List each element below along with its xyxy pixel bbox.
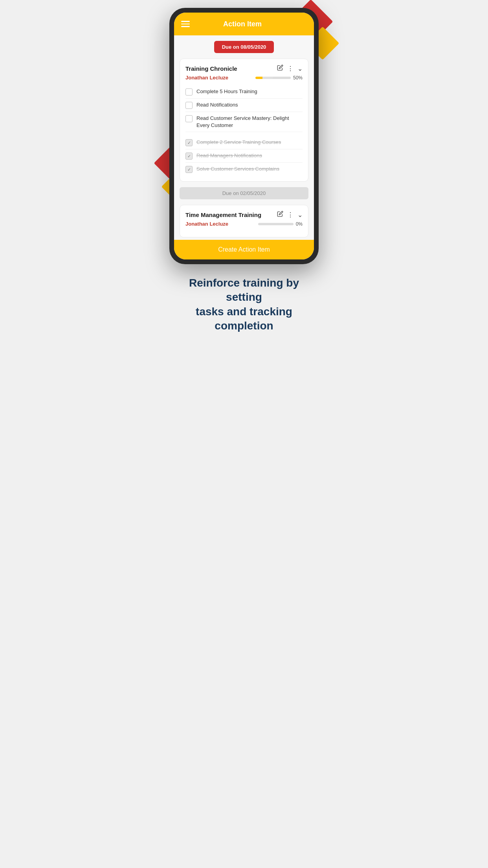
task-text: Read Notifications [196, 101, 238, 108]
chevron-down-icon[interactable]: ⌄ [297, 65, 303, 72]
progress-bar-fill-1 [255, 77, 273, 79]
create-action-item-button[interactable]: Create Action Item [174, 240, 314, 259]
card-author-2: Jonathan Lecluze [185, 221, 228, 227]
card-actions-2: ⋮ ⌄ [277, 211, 303, 219]
progress-bar-bg-1 [255, 77, 291, 79]
task-text: Read Customer Service Mastery: Delight E… [196, 115, 303, 129]
progress-container-2: 0% [258, 221, 303, 227]
card-time-management: Time Management Training ⋮ ⌄ [180, 205, 308, 237]
page-wrapper: Action Item Due on 08/05/2020 Training C… [163, 8, 325, 333]
content-area: Due on 08/05/2020 Training Chronicle [174, 35, 314, 240]
card-training-chronicle: Training Chronicle ⋮ ⌄ [180, 59, 308, 182]
menu-button[interactable] [181, 21, 190, 27]
task-text: Complete 5 Hours Training [196, 88, 257, 95]
checkbox-checked[interactable] [185, 153, 193, 160]
checkbox[interactable] [185, 102, 193, 109]
checkbox-checked[interactable] [185, 166, 193, 173]
task-text-done: Read Managers Notifications [196, 152, 262, 159]
card-meta-1: Jonathan Lecluze 50% [185, 75, 303, 81]
checkbox-checked[interactable] [185, 139, 193, 146]
due-badge-1: Due on 08/05/2020 [214, 41, 274, 53]
card-actions-1: ⋮ ⌄ [277, 64, 303, 72]
task-text-done: Solve Customer Services Complains [196, 166, 279, 173]
checklist-item-checked: Solve Customer Services Complains [185, 163, 303, 176]
page-title: Action Item [190, 20, 295, 28]
checkbox[interactable] [185, 88, 193, 96]
edit-icon-2[interactable] [277, 211, 283, 219]
checklist-item: Read Customer Service Mastery: Delight E… [185, 112, 303, 132]
due-badge-2: Due on 02/05/2020 [180, 187, 308, 199]
chevron-down-icon-2[interactable]: ⌄ [297, 211, 303, 219]
progress-label-1: 50% [293, 75, 303, 81]
marketing-section: Reinforce training by setting tasks and … [163, 276, 325, 333]
app-header: Action Item [174, 13, 314, 35]
checklist-item-checked: Read Managers Notifications [185, 149, 303, 163]
card-header-1: Training Chronicle ⋮ ⌄ [185, 64, 303, 72]
progress-container-1: 50% [255, 75, 303, 81]
checklist-item: Complete 5 Hours Training [185, 85, 303, 99]
checkbox[interactable] [185, 115, 193, 122]
checklist-item: Read Notifications [185, 99, 303, 112]
progress-bar-bg-2 [258, 223, 294, 225]
edit-icon[interactable] [277, 64, 283, 72]
card-author-1: Jonathan Lecluze [185, 75, 228, 81]
more-icon[interactable]: ⋮ [287, 65, 294, 72]
phone-screen: Action Item Due on 08/05/2020 Training C… [174, 13, 314, 259]
card-title-2: Time Management Training [185, 211, 277, 218]
create-action-item-label: Create Action Item [218, 246, 270, 253]
card-header-2: Time Management Training ⋮ ⌄ [185, 211, 303, 219]
marketing-headline: Reinforce training by setting tasks and … [171, 276, 317, 333]
task-text-done: Complete 2 Service Training Courses [196, 139, 281, 146]
more-icon-2[interactable]: ⋮ [287, 211, 294, 219]
progress-label-2: 0% [296, 221, 303, 227]
checklist-item-checked: Complete 2 Service Training Courses [185, 136, 303, 149]
card-meta-2: Jonathan Lecluze 0% [185, 221, 303, 227]
card-title-1: Training Chronicle [185, 65, 277, 72]
